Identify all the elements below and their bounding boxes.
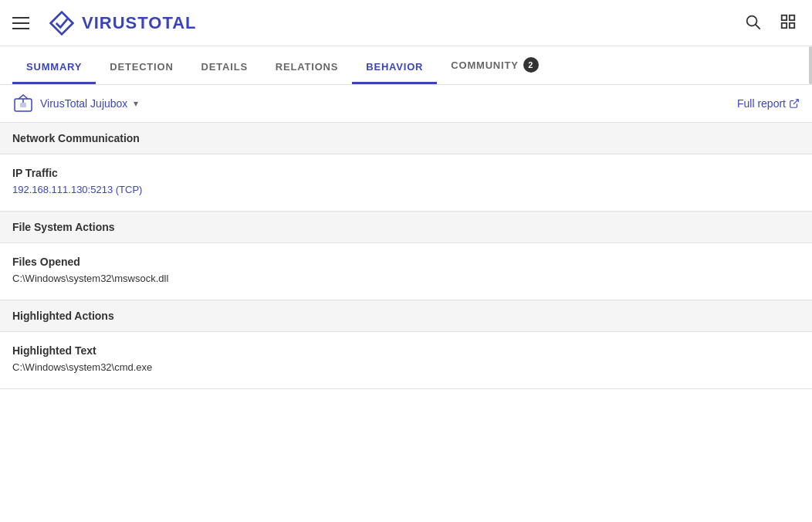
sandbox-icon xyxy=(12,93,34,114)
svg-line-10 xyxy=(793,100,798,104)
nav-tabs: SUMMARY DETECTION DETAILS RELATIONS BEHA… xyxy=(0,46,812,85)
section-body-highlighted: Highlighted Text C:\Windows\system32\cmd… xyxy=(0,332,812,389)
section-body-network: IP Traffic 192.168.111.130:5213 (TCP) xyxy=(0,154,812,212)
virustotal-logo-icon xyxy=(48,9,76,37)
grid-button[interactable] xyxy=(776,10,800,36)
tab-community[interactable]: COMMUNITY 2 xyxy=(437,46,552,84)
section-header-filesystem: File System Actions xyxy=(0,212,812,243)
hamburger-icon[interactable] xyxy=(12,13,29,33)
header: VIRUSTOTAL xyxy=(0,0,812,46)
highlighted-text-title: Highlighted Text xyxy=(12,344,800,357)
section-header-network: Network Communication xyxy=(0,123,812,154)
sandbox-bar: VirusTotal Jujubox ▾ Full report xyxy=(0,85,812,123)
svg-rect-5 xyxy=(782,23,787,28)
external-link-icon xyxy=(789,98,800,109)
logo-area: VIRUSTOTAL xyxy=(48,9,197,37)
content-area: Network Communication IP Traffic 192.168… xyxy=(0,123,812,389)
logo-text: VIRUSTOTAL xyxy=(82,13,197,33)
files-opened-value: C:\Windows\system32\mswsock.dll xyxy=(12,273,800,284)
svg-marker-0 xyxy=(51,12,73,34)
scrollbar[interactable] xyxy=(809,46,812,84)
chevron-down-icon: ▾ xyxy=(134,98,138,109)
svg-rect-4 xyxy=(790,15,794,20)
full-report-link[interactable]: Full report xyxy=(737,97,800,110)
tab-behavior[interactable]: BEHAVIOR xyxy=(352,50,437,84)
tab-details[interactable]: DETAILS xyxy=(188,50,262,84)
ip-traffic-title: IP Traffic xyxy=(12,167,800,179)
svg-rect-3 xyxy=(782,15,787,20)
tab-summary[interactable]: SUMMARY xyxy=(12,50,96,84)
ip-traffic-value: 192.168.111.130:5213 (TCP) xyxy=(12,184,800,195)
header-right xyxy=(741,10,800,36)
search-icon xyxy=(744,13,761,30)
tab-relations[interactable]: RELATIONS xyxy=(262,50,352,84)
highlighted-text-value: C:\Windows\system32\cmd.exe xyxy=(12,361,800,373)
sandbox-label: VirusTotal Jujubox xyxy=(40,97,127,110)
svg-rect-8 xyxy=(20,103,26,107)
section-header-highlighted: Highlighted Actions xyxy=(0,300,812,332)
svg-line-2 xyxy=(756,25,760,29)
files-opened-title: Files Opened xyxy=(12,256,800,268)
tab-detection[interactable]: DETECTION xyxy=(96,50,187,84)
community-badge: 2 xyxy=(523,57,539,73)
grid-icon xyxy=(780,13,797,30)
sandbox-selector[interactable]: VirusTotal Jujubox ▾ xyxy=(12,93,138,114)
svg-rect-6 xyxy=(790,23,794,28)
section-body-filesystem: Files Opened C:\Windows\system32\mswsock… xyxy=(0,243,812,300)
header-left: VIRUSTOTAL xyxy=(12,9,197,37)
search-button[interactable] xyxy=(741,10,764,36)
